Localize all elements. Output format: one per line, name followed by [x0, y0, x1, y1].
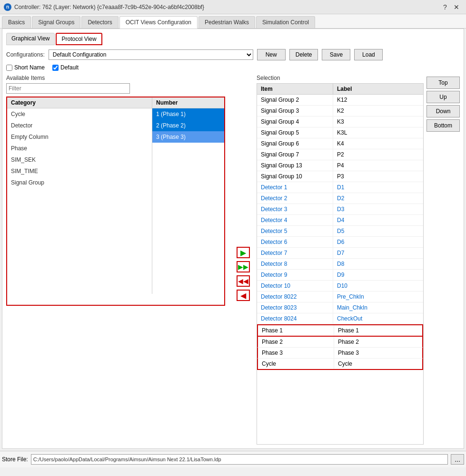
table-row[interactable]: Signal Group 5 K3L	[257, 127, 423, 138]
table-row[interactable]: Detector 10 D10	[257, 281, 423, 291]
table-row[interactable]: Detector 8 D8	[257, 259, 423, 270]
cell-label: CheckOut	[333, 313, 423, 324]
cat-cycle[interactable]: Cycle	[7, 108, 152, 120]
tab-graphical-view[interactable]: Graphical View	[6, 33, 55, 45]
tab-signal-groups[interactable]: Signal Groups	[32, 16, 80, 28]
app-icon: n	[4, 3, 11, 11]
short-name-label: Short Name	[14, 64, 45, 71]
cell-label: P2	[333, 149, 423, 160]
remove-all-button[interactable]: ◀◀	[237, 275, 250, 287]
table-row[interactable]: Detector 3 D3	[257, 204, 423, 215]
cell-label: D6	[333, 237, 423, 247]
table-row[interactable]: Detector 8024 CheckOut	[257, 313, 423, 324]
load-button[interactable]: Load	[354, 49, 383, 60]
filter-input[interactable]	[6, 83, 130, 94]
table-row-highlighted[interactable]: Phase 3 Phase 3	[257, 348, 423, 359]
tab-basics[interactable]: Basics	[2, 16, 31, 28]
selection-table[interactable]: Item Label Signal Group 2 K12 Signal Gro…	[257, 83, 424, 445]
table-row[interactable]: Signal Group 6 K4	[257, 138, 423, 149]
add-all-icon: ▶▶	[238, 263, 248, 271]
table-row[interactable]: Detector 9 D9	[257, 270, 423, 281]
category-header: Category	[7, 97, 152, 108]
table-row[interactable]: Signal Group 13 P4	[257, 160, 423, 171]
cell-label: P3	[333, 171, 423, 182]
cell-item: Cycle	[258, 359, 334, 369]
item-header: Item	[257, 84, 333, 94]
category-list: Cycle Detector Empty Column Phase SIM_SE…	[7, 108, 152, 294]
selection-area: Selection Item Label Signal Group 2 K12 …	[257, 75, 424, 445]
cat-signal-group[interactable]: Signal Group	[7, 177, 152, 188]
tab-ocit-views[interactable]: OCIT Views Configuration	[119, 16, 198, 29]
remove-one-button[interactable]: ◀	[237, 290, 250, 301]
table-row[interactable]: Detector 8023 Main_ChkIn	[257, 302, 423, 313]
tab-simulation-control[interactable]: Simulation Control	[256, 16, 315, 28]
cat-detector[interactable]: Detector	[7, 120, 152, 131]
cat-sim-sek[interactable]: SIM_SEK	[7, 154, 152, 165]
cell-label: D10	[333, 281, 423, 291]
num-item-2[interactable]: 2 (Phase 2)	[152, 120, 224, 131]
tab-protocol-view[interactable]: Protocol View	[56, 33, 102, 45]
sub-tabs: Graphical View Protocol View	[6, 33, 460, 45]
up-button[interactable]: Up	[426, 91, 460, 103]
config-select[interactable]: Default Configuration	[49, 49, 253, 60]
default-checkbox[interactable]	[52, 65, 59, 71]
table-row[interactable]: Signal Group 10 P3	[257, 171, 423, 182]
table-row[interactable]: Detector 8022 Pre_ChkIn	[257, 291, 423, 302]
title-bar: n Controller: 762 (Layer: Network) {c7ea…	[0, 0, 466, 14]
cat-empty-column[interactable]: Empty Column	[7, 131, 152, 143]
help-button[interactable]: ?	[439, 1, 451, 13]
top-button[interactable]: Top	[426, 77, 460, 89]
tab-detectors[interactable]: Detectors	[81, 16, 118, 28]
table-row[interactable]: Signal Group 7 P2	[257, 149, 423, 160]
table-row[interactable]: Detector 1 D1	[257, 182, 423, 193]
content-area: Graphical View Protocol View Configurati…	[2, 29, 464, 449]
save-button[interactable]: Save	[322, 49, 350, 60]
cat-sim-time[interactable]: SIM_TIME	[7, 165, 152, 177]
tab-pedestrian-walks[interactable]: Pedestrian Walks	[198, 16, 255, 28]
table-row[interactable]: Detector 4 D4	[257, 215, 423, 226]
cell-label: D4	[333, 215, 423, 225]
table-row-highlighted[interactable]: Cycle Cycle	[257, 359, 423, 370]
cell-label: D9	[333, 270, 423, 280]
cell-item: Detector 1	[257, 182, 333, 193]
cell-item: Phase 2	[258, 337, 334, 347]
table-row[interactable]: Detector 5 D5	[257, 226, 423, 237]
table-row[interactable]: Detector 7 D7	[257, 248, 423, 259]
table-row[interactable]: Detector 2 D2	[257, 193, 423, 204]
num-item-1[interactable]: 1 (Phase 1)	[152, 108, 224, 120]
table-row[interactable]: Signal Group 3 K2	[257, 106, 423, 117]
add-one-icon: ▶	[240, 248, 246, 257]
cell-label: K12	[333, 95, 423, 105]
table-row[interactable]: Detector 6 D6	[257, 237, 423, 248]
cell-label: D5	[333, 226, 423, 236]
default-checkbox-label[interactable]: Default	[52, 64, 79, 71]
cell-label: K3	[333, 117, 423, 127]
cell-label: Main_ChkIn	[333, 302, 423, 313]
num-item-3[interactable]: 3 (Phase 3)	[152, 131, 224, 143]
store-file-path[interactable]	[31, 454, 448, 465]
cell-item: Detector 6	[257, 237, 333, 247]
cat-phase[interactable]: Phase	[7, 143, 152, 154]
cell-item: Detector 10	[257, 281, 333, 291]
new-button[interactable]: New	[257, 49, 286, 60]
short-name-checkbox-label[interactable]: Short Name	[6, 64, 45, 71]
table-row-highlighted[interactable]: Phase 2 Phase 2	[257, 337, 423, 348]
table-row-highlighted[interactable]: Phase 1 Phase 1	[257, 324, 423, 337]
close-button[interactable]: ✕	[451, 1, 462, 13]
table-row[interactable]: Signal Group 2 K12	[257, 95, 423, 106]
order-buttons: Top Up Down Bottom	[426, 75, 460, 445]
add-all-button[interactable]: ▶▶	[237, 261, 250, 272]
bottom-button[interactable]: Bottom	[426, 119, 460, 132]
delete-button[interactable]: Delete	[289, 49, 318, 60]
cell-item: Signal Group 7	[257, 149, 333, 160]
add-one-button[interactable]: ▶	[237, 247, 250, 258]
cell-item: Detector 7	[257, 248, 333, 258]
down-button[interactable]: Down	[426, 105, 460, 117]
right-panel: Selection Item Label Signal Group 2 K12 …	[257, 75, 460, 445]
cell-label: Phase 3	[334, 348, 422, 358]
short-name-checkbox[interactable]	[6, 65, 12, 71]
table-row[interactable]: Signal Group 4 K3	[257, 117, 423, 127]
cell-item: Signal Group 4	[257, 117, 333, 127]
store-browse-button[interactable]: ...	[451, 454, 464, 465]
cell-label: D1	[333, 182, 423, 193]
